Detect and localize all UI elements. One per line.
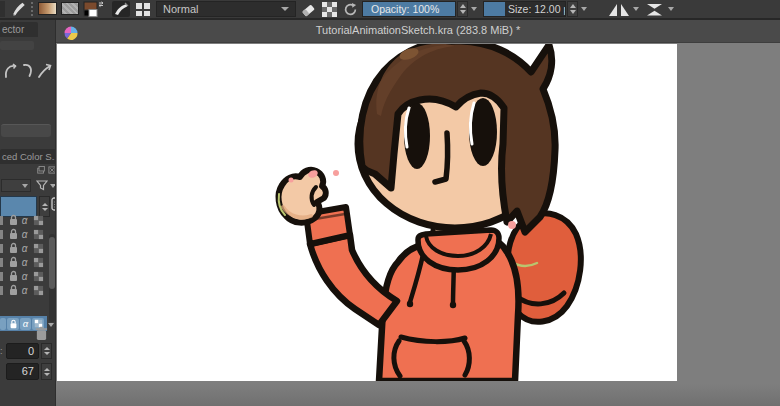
size-slider-label: Size: 12.00 px <box>484 2 565 17</box>
value-field-1-spinner[interactable] <box>41 343 52 359</box>
arrow-tool-icon[interactable] <box>39 65 51 78</box>
filter-funnel-icon[interactable] <box>36 178 48 196</box>
blending-mode-dropdown[interactable]: Normal <box>156 1 296 17</box>
inherit-alpha-icon[interactable] <box>33 243 44 254</box>
lock-icon[interactable] <box>8 214 19 226</box>
clipped-tool-icon[interactable] <box>0 1 5 17</box>
inherit-alpha-icon[interactable] <box>33 257 44 268</box>
layer-row[interactable]: α <box>0 241 47 255</box>
chevron-down-icon <box>281 7 289 11</box>
krita-document-icon <box>64 26 78 44</box>
tool-icons-row <box>2 60 54 86</box>
main-toolbar: Normal Opacity: 100% Size: 12.00 px <box>0 0 780 18</box>
docker-titlebar-buttons <box>37 166 56 174</box>
brush-presets-grid-button[interactable] <box>133 1 152 17</box>
lock-icon[interactable] <box>8 242 19 254</box>
krita-window: Normal Opacity: 100% Size: 12.00 px <box>0 0 780 406</box>
toolbar-separator <box>31 2 33 16</box>
docker-button[interactable] <box>1 124 51 137</box>
inherit-alpha-icon[interactable] <box>33 285 44 296</box>
layer-row[interactable]: α <box>0 283 47 297</box>
size-slider[interactable]: Size: 12.00 px <box>483 1 566 17</box>
layer-thumb-edge <box>0 258 3 267</box>
layer-thumb-edge <box>0 216 3 225</box>
document-titlebar: TutorialAnimationSketch.kra (283.8 MiB) … <box>56 20 780 43</box>
lock-icon[interactable] <box>8 256 19 268</box>
value-field-1[interactable]: 0 <box>6 343 39 359</box>
reload-preset-button[interactable] <box>341 1 359 17</box>
layer-thumb-edge <box>0 286 3 295</box>
pattern-swatch[interactable] <box>61 2 79 15</box>
alpha-lock-badge[interactable]: α <box>19 257 30 268</box>
layers-scrollbar[interactable] <box>49 234 55 322</box>
docker-tab-advanced-color-selector[interactable]: ced Color S... <box>0 149 56 164</box>
horizontal-mirror-button[interactable] <box>607 1 630 17</box>
alpha-lock-badge[interactable]: α <box>20 318 31 330</box>
layer-row[interactable]: α <box>0 213 47 227</box>
brush-preset-button[interactable] <box>111 1 130 17</box>
layer-thumb-edge <box>0 230 3 239</box>
blush-dot-right <box>508 221 516 229</box>
lock-icon[interactable] <box>8 284 19 296</box>
lock-icon[interactable] <box>8 228 19 240</box>
alpha-lock-badge[interactable]: α <box>19 215 30 226</box>
value-field-2[interactable]: 67 <box>6 363 39 380</box>
size-dropdown[interactable] <box>579 1 589 17</box>
gradient-swatch[interactable] <box>38 2 57 15</box>
vertical-mirror-button[interactable] <box>643 1 665 17</box>
filter-dropdown[interactable] <box>48 178 56 194</box>
document-canvas[interactable] <box>57 44 677 381</box>
freehand-brush-tool-icon[interactable] <box>8 1 28 17</box>
layer-badge-clipped[interactable] <box>0 318 6 330</box>
horizontal-mirror-dropdown[interactable] <box>631 1 641 17</box>
layer-thumb-edge <box>0 272 3 281</box>
close-docker-icon[interactable] <box>48 166 56 174</box>
layer-row[interactable]: α <box>0 255 47 269</box>
canvas-scroll-area[interactable] <box>56 43 780 406</box>
value-field-2-spinner[interactable] <box>41 363 52 380</box>
character-artwork <box>57 44 677 381</box>
arc-tool-icon[interactable] <box>24 65 31 76</box>
inherit-alpha-icon[interactable] <box>33 271 44 282</box>
sleeve <box>310 235 397 325</box>
opacity-slider-label: Opacity: 100% <box>363 2 455 17</box>
inherit-alpha-icon[interactable] <box>33 229 44 240</box>
alpha-lock-badge[interactable]: α <box>19 243 30 254</box>
hoodie-collar <box>418 230 499 270</box>
layer-thumb-edge <box>0 244 3 253</box>
collapsed-control[interactable] <box>0 41 34 50</box>
vertical-mirror-dropdown[interactable] <box>666 1 676 17</box>
document-title: TutorialAnimationSketch.kra (283.8 MiB) … <box>56 24 780 36</box>
layer-row[interactable]: α <box>0 269 47 283</box>
lock-icon[interactable] <box>7 318 19 330</box>
preserve-alpha-button[interactable] <box>320 1 338 17</box>
foreground-background-color-swatch[interactable] <box>83 1 106 17</box>
curve-tool-icon[interactable] <box>6 64 16 77</box>
layers-scrollbar-thumb[interactable] <box>49 237 55 289</box>
docker-tab-selector[interactable]: ector <box>0 22 38 37</box>
opacity-spinner[interactable] <box>457 1 468 17</box>
alpha-lock-badge[interactable]: α <box>19 271 30 282</box>
layer-row[interactable]: α <box>0 227 47 241</box>
alpha-lock-badge[interactable]: α <box>19 229 30 240</box>
inherit-alpha-icon[interactable] <box>33 215 44 226</box>
float-docker-icon[interactable] <box>37 166 45 174</box>
opacity-dropdown[interactable] <box>469 1 479 17</box>
eraser-mode-button[interactable] <box>299 1 317 17</box>
size-spinner[interactable] <box>567 1 578 17</box>
field-label-clipped: : <box>0 346 3 356</box>
character-head <box>358 44 555 232</box>
opacity-slider[interactable]: Opacity: 100% <box>362 1 456 17</box>
left-docker-panel: ector ced Color S... <box>0 20 56 406</box>
alpha-lock-badge[interactable]: α <box>19 285 30 296</box>
blush-dot-left <box>333 170 339 176</box>
blending-mode-value: Normal <box>163 3 198 15</box>
shade-selector-dropdown[interactable] <box>1 179 31 192</box>
lock-icon[interactable] <box>8 270 19 282</box>
